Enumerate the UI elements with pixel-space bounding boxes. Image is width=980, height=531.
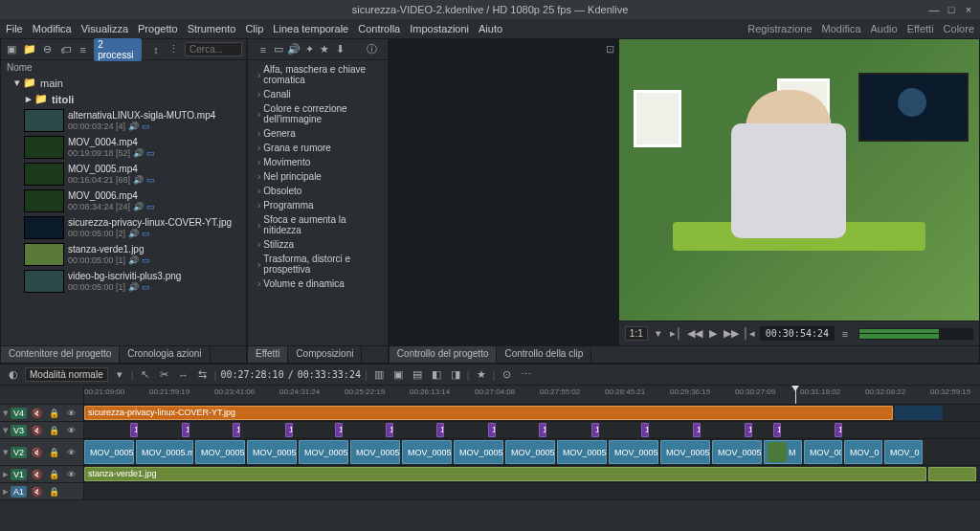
timeline-video-clip[interactable]: MOV_0005.m xyxy=(660,440,710,464)
filter-icon[interactable]: ≡ xyxy=(77,42,91,57)
menu-timeline[interactable]: Linea temporale xyxy=(273,23,348,34)
menu-tool[interactable]: Strumento xyxy=(188,23,236,34)
menu-view[interactable]: Visualizza xyxy=(81,23,128,34)
timeline-clip[interactable]: sicurezza-privacy-linux-COVER-YT.jpg xyxy=(84,406,893,420)
timeline-title-clip[interactable]: 1 xyxy=(182,423,189,437)
workspace-editing[interactable]: Modifica xyxy=(822,23,861,34)
add-clip-icon[interactable]: ▣ xyxy=(5,42,19,57)
workspace-audio[interactable]: Audio xyxy=(871,23,898,34)
timeline-video-clip[interactable]: MOV_0005.m xyxy=(247,440,297,464)
track-compositing-icon[interactable]: ◐ xyxy=(6,367,21,383)
eye-icon[interactable]: 👁 xyxy=(63,467,78,482)
bin-clip-item[interactable]: sicurezza-privacy-linux-COVER-YT.jpg 00:… xyxy=(1,214,246,241)
bin-search-input[interactable] xyxy=(185,42,242,56)
mute-icon[interactable]: 🔇 xyxy=(29,406,44,421)
cursor-icon[interactable]: ↖ xyxy=(138,367,153,383)
effects-info-icon[interactable]: ⓘ xyxy=(365,42,380,57)
timeline-video-clip[interactable]: MOV_0005.m xyxy=(454,440,503,464)
tab-project-monitor[interactable]: Controllo del progetto xyxy=(390,346,498,363)
mute-icon[interactable]: 🔇 xyxy=(29,467,44,482)
timeline-title-clip[interactable]: 1 xyxy=(745,423,752,437)
timeline-title-clip[interactable]: 1 xyxy=(488,423,496,437)
menu-monitor[interactable]: Controlla xyxy=(358,23,400,34)
monitor-timecode[interactable]: 00:30:54:24 xyxy=(760,326,835,341)
delete-icon[interactable]: ⊖ xyxy=(40,42,55,57)
timeline-video-clip[interactable]: MOV_0005.m xyxy=(557,440,607,464)
mute-icon[interactable]: 🔇 xyxy=(29,423,44,438)
eye-icon[interactable]: 👁 xyxy=(63,445,78,460)
effects-fav-icon[interactable]: ★ xyxy=(317,42,332,57)
timeline-clip[interactable] xyxy=(928,467,976,481)
effect-category[interactable]: Alfa, maschera e chiave cromatica xyxy=(248,62,388,87)
effects-custom-icon[interactable]: ✦ xyxy=(301,42,317,57)
eye-icon[interactable]: 👁 xyxy=(63,406,78,421)
play-icon[interactable]: ▶ xyxy=(705,326,721,342)
zoom-combo[interactable]: 1:1 xyxy=(625,326,648,341)
sort-icon[interactable]: ↕ xyxy=(149,42,164,57)
menu-file[interactable]: File xyxy=(6,23,23,34)
expand-icon[interactable]: ▾ xyxy=(3,407,9,419)
effect-category[interactable]: Stilizza xyxy=(248,237,388,252)
track-label[interactable]: A1 xyxy=(11,486,27,498)
timeline-title-clip[interactable]: 1 xyxy=(641,423,649,437)
timeline-video-clip[interactable]: MOV_0006.mp4 xyxy=(804,440,842,464)
timeline-title-clip[interactable]: 1 xyxy=(335,423,343,437)
track-label[interactable]: V3 xyxy=(11,425,27,436)
close-icon[interactable]: ⊡ xyxy=(606,43,614,55)
expand-icon[interactable]: ▾ xyxy=(3,446,9,458)
timeline-video-clip[interactable]: MOV_0005.m xyxy=(609,440,658,464)
timeline-title-clip[interactable]: 1 xyxy=(436,423,444,437)
effect-category[interactable]: Trasforma, distorci e prospettiva xyxy=(248,252,388,277)
maximize-icon[interactable]: □ xyxy=(946,4,957,15)
mix-icon[interactable]: ▥ xyxy=(371,367,387,383)
timeline-video-clip[interactable]: MOV_0 xyxy=(844,440,882,464)
effects-download-icon[interactable]: ⬇ xyxy=(332,42,347,57)
set-out-icon[interactable]: │◂ xyxy=(742,326,757,342)
options-icon[interactable]: ⋮ xyxy=(167,42,181,57)
folder-root[interactable]: ▾ 📁 main xyxy=(1,75,246,91)
preview-render-icon[interactable]: ⊙ xyxy=(500,367,515,383)
mute-icon[interactable]: 🔇 xyxy=(29,445,44,460)
folder-titoli[interactable]: ▸ 📁 titoli xyxy=(1,91,246,107)
bin-clip-item[interactable]: stanza-verde1.jpg 00:00:05:00 [1] 🔊 ▭ xyxy=(1,241,246,268)
effect-category[interactable]: Grana e rumore xyxy=(248,141,388,155)
timeline-title-clip[interactable]: 1 xyxy=(773,423,781,437)
timeline-clip[interactable]: stanza-verde1.jpg xyxy=(84,467,926,481)
timeline-clip[interactable] xyxy=(895,406,943,420)
timeline-video-clip[interactable]: MOV_0005.m xyxy=(350,440,400,464)
bin-clip-item[interactable]: alternativaLINUX-sigla-MUTO.mp4 00:00:03… xyxy=(1,107,246,134)
favorite-effect-icon[interactable]: ★ xyxy=(474,367,489,383)
extract-icon[interactable]: ◧ xyxy=(429,367,444,383)
processes-combo[interactable]: 2 processi xyxy=(94,38,142,61)
lock-icon[interactable]: 🔒 xyxy=(46,467,61,482)
timeline-video-clip[interactable]: MOV_0005.m xyxy=(195,440,245,464)
effect-category[interactable]: Colore e correzione dell'immagine xyxy=(248,101,388,126)
razor-icon[interactable]: ✂ xyxy=(157,367,172,383)
bin-clip-item[interactable]: MOV_0004.mp4 00:19:09:18 [52] 🔊 ▭ xyxy=(1,134,246,161)
effect-category[interactable]: Sfoca e aumenta la nitidezza xyxy=(248,212,388,237)
expand-icon[interactable]: ▸ xyxy=(3,468,9,480)
bin-clip-item[interactable]: MOV_0006.mp4 00:08:34:24 [24] 🔊 ▭ xyxy=(1,188,246,214)
set-in-icon[interactable]: ▸│ xyxy=(669,326,684,342)
lock-icon[interactable]: 🔒 xyxy=(46,445,61,460)
forward-icon[interactable]: ▶▶ xyxy=(724,326,739,342)
chevron-down-icon[interactable]: ▾ xyxy=(112,367,127,383)
track-label[interactable]: V4 xyxy=(11,408,27,419)
timeline-title-clip[interactable]: 1 xyxy=(130,423,138,437)
rewind-icon[interactable]: ◀◀ xyxy=(687,326,702,342)
folder-icon[interactable]: 📁 xyxy=(23,42,37,57)
bin-clip-item[interactable]: MOV_0005.mp4 00:16:04:21 [68] 🔊 ▭ xyxy=(1,161,246,188)
timeline-title-clip[interactable]: 1 xyxy=(233,423,240,437)
menu-project[interactable]: Progetto xyxy=(138,23,178,34)
timeline-title-clip[interactable]: 1 xyxy=(835,423,842,437)
edit-mode-combo[interactable]: Modalità normale xyxy=(25,367,108,382)
track-label[interactable]: V2 xyxy=(11,447,27,458)
timeline-video-clip[interactable]: MOV_0 xyxy=(884,440,923,464)
bin-clip-item[interactable]: video-bg-iscriviti-plus3.png 00:00:05:00… xyxy=(1,268,246,295)
effects-video-icon[interactable]: ▭ xyxy=(271,42,286,57)
effect-category[interactable]: Canali xyxy=(248,87,388,101)
timeline-video-clip[interactable]: M xyxy=(764,440,802,464)
timeline-video-clip[interactable]: MOV_0005.m xyxy=(505,440,555,464)
more-icon[interactable]: ⋯ xyxy=(519,367,534,383)
effects-main-icon[interactable]: ≡ xyxy=(256,42,271,57)
